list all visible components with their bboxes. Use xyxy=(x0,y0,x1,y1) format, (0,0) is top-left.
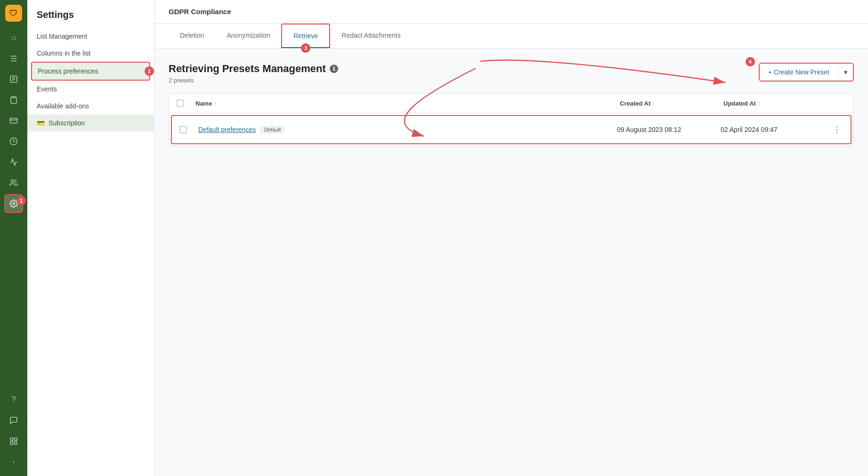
name-sort-icon[interactable]: ↕ xyxy=(214,101,216,106)
tab-redact-attachments[interactable]: Redact Attachments xyxy=(330,24,412,48)
svg-rect-5 xyxy=(10,118,17,123)
create-preset-button-group: + Create New Preset ▾ xyxy=(759,63,854,82)
create-preset-main-button[interactable]: + Create New Preset xyxy=(760,64,838,81)
main-content: GDPR Compliance Deletion Anonymization R… xyxy=(154,0,868,476)
app-title: GDPR Compliance xyxy=(169,8,231,16)
table-row: Default preferences Default 09 August 20… xyxy=(171,115,852,144)
header-name: Name ↕ xyxy=(195,99,620,107)
sidebar-item-label: List Management xyxy=(37,33,87,40)
row-more-button[interactable]: ⋮ xyxy=(831,123,843,137)
app-logo[interactable]: 🛡 xyxy=(5,5,22,22)
annotation-badge-1: 1 xyxy=(16,196,26,205)
header-updated-at: Updated At ↕ xyxy=(723,99,827,107)
page-title: Retrieving Presets Management ℹ xyxy=(169,63,338,75)
sidebar-item-events[interactable]: Events xyxy=(27,81,154,98)
row-checkbox-cell xyxy=(179,126,198,133)
sidebar-item-list-management[interactable]: List Management xyxy=(27,28,154,45)
settings-icon[interactable]: 1 xyxy=(4,194,23,213)
clock-icon[interactable] xyxy=(4,132,23,151)
svg-rect-4 xyxy=(12,97,15,98)
sidebar-title: Settings xyxy=(27,9,154,28)
tab-deletion[interactable]: Deletion xyxy=(169,24,215,48)
create-preset-dropdown-button[interactable]: ▾ xyxy=(838,64,853,81)
sidebar-item-label: Events xyxy=(37,85,57,93)
sidebar-item-label: Columns in the list xyxy=(37,49,90,57)
sidebar-item-subscription[interactable]: 💳 Subscription xyxy=(27,115,154,131)
row-actions-cell: ⋮ xyxy=(824,123,843,137)
svg-rect-10 xyxy=(10,438,13,440)
help-icon[interactable]: ? xyxy=(4,390,23,409)
annotation-badge-3: 3 xyxy=(301,43,310,53)
row-created-at: 09 August 2023 08:12 xyxy=(617,126,721,133)
graph-icon[interactable] xyxy=(4,153,23,172)
home-icon[interactable]: ⌂ xyxy=(4,28,23,47)
row-updated-at: 02 April 2024 09:47 xyxy=(721,126,824,133)
sidebar: Settings List Management Columns in the … xyxy=(27,0,154,476)
header-created-at: Created At ↑ xyxy=(620,99,723,107)
row-checkbox[interactable] xyxy=(179,126,187,133)
header-checkbox-cell xyxy=(177,99,195,107)
svg-point-9 xyxy=(13,203,15,205)
created-at-sort-icon[interactable]: ↑ xyxy=(652,101,655,106)
annotation-badge-2: 2 xyxy=(145,66,154,76)
clipboard-icon[interactable] xyxy=(4,90,23,109)
icon-bar: 🛡 ⌂ ☰ 1 ? › xyxy=(0,0,27,476)
sidebar-item-process-preferences[interactable]: Process preferences 2 xyxy=(31,62,150,81)
tab-anonymization[interactable]: Anonymization xyxy=(215,24,281,48)
select-all-checkbox[interactable] xyxy=(177,99,184,107)
preset-count: 2 presets xyxy=(169,77,338,84)
chat-icon[interactable] xyxy=(4,411,23,430)
grid-icon[interactable] xyxy=(4,432,23,451)
svg-rect-13 xyxy=(15,442,17,444)
billing-icon[interactable] xyxy=(4,111,23,130)
create-preset-wrapper: + Create New Preset ▾ 4 xyxy=(759,63,854,82)
sidebar-item-label: Subscription xyxy=(49,119,85,127)
row-name-cell: Default preferences Default xyxy=(198,126,617,133)
sidebar-item-label: Process preferences xyxy=(38,67,98,75)
content-header: Retrieving Presets Management ℹ 2 preset… xyxy=(169,63,854,84)
top-bar: GDPR Compliance xyxy=(154,0,868,24)
tabs-bar: Deletion Anonymization Retrieve 3 Redact… xyxy=(154,24,868,49)
sidebar-item-columns[interactable]: Columns in the list xyxy=(27,45,154,62)
expand-icon[interactable]: › xyxy=(4,452,23,471)
menu-icon[interactable]: ☰ xyxy=(4,49,23,68)
info-icon[interactable]: ℹ xyxy=(330,65,338,73)
svg-rect-11 xyxy=(15,438,17,440)
updated-at-sort-icon[interactable]: ↕ xyxy=(758,101,760,106)
preset-link[interactable]: Default preferences xyxy=(198,126,256,133)
svg-point-8 xyxy=(11,180,14,182)
default-badge: Default xyxy=(260,126,284,133)
sidebar-item-addons[interactable]: Available add-ons xyxy=(27,98,154,115)
tab-retrieve[interactable]: Retrieve 3 xyxy=(281,24,330,48)
presets-table: Name ↕ Created At ↑ Updated At ↕ xyxy=(169,93,854,147)
content-area: Retrieving Presets Management ℹ 2 preset… xyxy=(154,49,868,476)
annotation-badge-4: 4 xyxy=(746,57,755,66)
document-icon[interactable] xyxy=(4,70,23,89)
users-icon[interactable] xyxy=(4,173,23,192)
sidebar-item-label: Available add-ons xyxy=(37,102,89,110)
table-header: Name ↕ Created At ↑ Updated At ↕ xyxy=(169,94,853,113)
svg-rect-12 xyxy=(10,442,13,444)
title-area: Retrieving Presets Management ℹ 2 preset… xyxy=(169,63,338,84)
header-actions xyxy=(827,99,846,107)
